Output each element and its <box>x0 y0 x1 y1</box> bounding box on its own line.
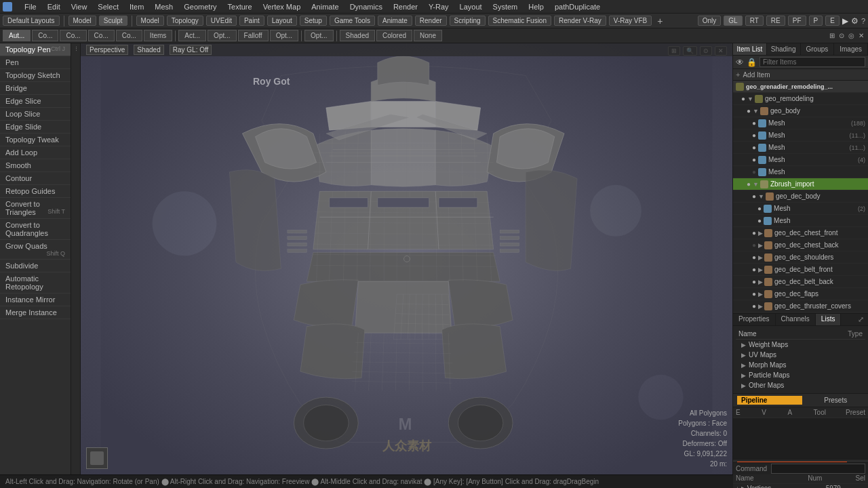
tree-item-mesh2[interactable]: ● Mesh (11...) <box>733 129 868 142</box>
left-item-loop-slice[interactable]: Loop Slice <box>0 108 71 121</box>
tree-arrow-1[interactable]: ▼ <box>747 96 753 102</box>
menu-item-help[interactable]: Help <box>527 3 545 11</box>
tree-item-shoulders[interactable]: ● ▶ geo_dec_shoulders <box>733 251 868 264</box>
left-item-contour[interactable]: Contour <box>0 172 71 185</box>
tb2-opt1[interactable]: Opt... <box>208 30 236 41</box>
menu-item-geometry[interactable]: Geometry <box>182 3 218 11</box>
tb2-items[interactable]: Items <box>144 30 172 41</box>
vp-overlay[interactable]: Ray GL: Off <box>170 45 212 55</box>
bottom-tab-lists[interactable]: Lists <box>816 314 842 325</box>
mode-topology[interactable]: Topology <box>167 16 203 26</box>
stat-row-vertices[interactable]: +▶ Vertices 5979 ... <box>733 484 868 488</box>
tb2-none[interactable]: None <box>414 30 442 41</box>
gl-btn[interactable]: GL <box>724 16 742 26</box>
tb2-shaded[interactable]: Shaded <box>340 30 375 41</box>
mode-scripting[interactable]: Scripting <box>450 16 486 26</box>
tree-item-geo-body[interactable]: ● ▼ geo_body <box>733 105 868 117</box>
tree-item-mesh5[interactable]: ● Mesh <box>733 166 868 178</box>
tree-item-chest-back[interactable]: ● ▶ geo_dec_chest_back <box>733 239 868 251</box>
tree-item-mesh3[interactable]: ● Mesh (11...) <box>733 142 868 154</box>
add-item-label[interactable]: Add Item <box>743 71 770 79</box>
menu-item-system[interactable]: System <box>492 3 519 11</box>
tree-item-zbrush[interactable]: ● ▼ Zbrush_import <box>733 178 868 190</box>
tb2-opt2[interactable]: Opt... <box>270 30 298 41</box>
tree-item-geo-dec-body[interactable]: ● ▼ geo_dec_body <box>733 190 868 203</box>
add-mode-btn[interactable]: + <box>657 16 663 26</box>
tree-item-chest-front[interactable]: ● ▶ geo_dec_chest_front <box>733 227 868 239</box>
menu-item-pathduplicate[interactable]: pathDuplicate <box>553 3 601 11</box>
tb2-co3[interactable]: Co... <box>88 30 115 41</box>
icon-play[interactable]: ▶ <box>842 16 848 26</box>
left-item-merge-instance[interactable]: Merge Instance <box>0 306 71 319</box>
bottom-tab-properties[interactable]: Properties <box>733 314 776 325</box>
menu-item-dynamics[interactable]: Dynamics <box>349 3 384 11</box>
left-item-edge-slide[interactable]: Edge Slide <box>0 121 71 134</box>
left-item-topology-sketch[interactable]: Topology Sketch <box>0 69 71 82</box>
bottom-expand-icon[interactable]: ⤢ <box>854 314 868 325</box>
mode-rendervray[interactable]: Render V-Ray <box>554 16 606 26</box>
bottom-tab-channels[interactable]: Channels <box>776 314 816 325</box>
mode-paint[interactable]: Paint <box>239 16 264 26</box>
vp-shading[interactable]: Shaded <box>134 45 163 55</box>
p-btn[interactable]: P <box>809 16 823 26</box>
e-btn[interactable]: E <box>825 16 840 26</box>
menu-item-layout[interactable]: Layout <box>458 3 484 11</box>
icon-settings[interactable]: ⚙ <box>851 16 859 26</box>
tree-root[interactable]: geo_grenadier_remodeling_... <box>733 81 868 93</box>
list-item-other-maps[interactable]: ▶ Other Maps <box>736 380 865 390</box>
left-item-pen[interactable]: Pen <box>0 56 71 69</box>
menu-item-y-ray[interactable]: Y-Ray <box>427 3 450 11</box>
tb2-opt3[interactable]: Opt... <box>304 30 333 41</box>
menu-item-render[interactable]: Render <box>392 3 419 11</box>
mode-model[interactable]: Model <box>136 16 164 26</box>
left-item-convert-quad[interactable]: Convert to Quadrangles <box>0 219 71 240</box>
left-item-instance-mirror[interactable]: Instance Mirror <box>0 293 71 306</box>
mode-render[interactable]: Render <box>415 16 447 26</box>
left-item-subdivide[interactable]: Subdivide <box>0 260 71 272</box>
mode-game-tools[interactable]: Game Tools <box>330 16 375 26</box>
left-item-smooth[interactable]: Smooth <box>0 159 71 172</box>
tree-item-mesh1[interactable]: ● Mesh (188) <box>733 117 868 129</box>
left-item-bridge[interactable]: Bridge <box>0 82 71 95</box>
menu-item-mesh[interactable]: Mesh <box>153 3 174 11</box>
rp-tab-images[interactable]: Images <box>834 43 868 55</box>
menu-item-view[interactable]: View <box>70 3 89 11</box>
tree-item-geo-remodeling[interactable]: ● ▼ geo_remodeling <box>733 93 868 105</box>
only-btn[interactable]: Only <box>698 16 722 26</box>
tb2-co1[interactable]: Co... <box>32 30 58 41</box>
rp-filter-input[interactable] <box>760 57 865 67</box>
menu-item-animate[interactable]: Animate <box>310 3 340 11</box>
mode-setup[interactable]: Setup <box>300 16 327 26</box>
tb2-act[interactable]: Act... <box>178 30 206 41</box>
rp-icon-eye[interactable]: 👁 <box>736 58 744 67</box>
list-item-particle-maps[interactable]: ▶ Particle Maps <box>736 370 865 380</box>
tb2-icon2[interactable]: ⊙ <box>839 32 844 39</box>
tree-eye-1[interactable]: ● <box>741 95 745 102</box>
left-item-edge-slice[interactable]: Edge Slice <box>0 95 71 108</box>
tb2-co2[interactable]: Co... <box>60 30 86 41</box>
tb2-co4[interactable]: Co... <box>116 30 142 41</box>
tree-item-mesh-dec1[interactable]: ● Mesh (2) <box>733 203 868 215</box>
icon-question[interactable]: ? <box>861 17 865 25</box>
left-collapse-tab[interactable]: ··· <box>71 43 81 474</box>
mode-vrayvfb[interactable]: V-Ray VFB <box>609 16 652 26</box>
left-item-add-loop[interactable]: Add Loop <box>0 146 71 159</box>
left-item-auto-retopo[interactable]: Automatic Retopology <box>0 272 71 293</box>
tb2-colored[interactable]: Colored <box>376 30 412 41</box>
tree-eye-2[interactable]: ● <box>747 107 751 115</box>
model-btn[interactable]: Model <box>68 16 96 26</box>
default-layouts-btn[interactable]: Default Layouts <box>3 16 60 26</box>
tree-arrow-2[interactable]: ▼ <box>753 108 759 115</box>
vp-projection[interactable]: Perspective <box>86 45 128 55</box>
rp-tab-item-list[interactable]: Item List <box>733 43 767 55</box>
menu-item-texture[interactable]: Texture <box>226 3 254 11</box>
sculpt-btn[interactable]: Sculpt <box>99 16 127 26</box>
mode-uvedit[interactable]: UVEdit <box>206 16 237 26</box>
mode-schematic[interactable]: Schematic Fusion <box>488 16 551 26</box>
list-item-weight-maps[interactable]: ▶ Weight Maps <box>736 340 865 350</box>
tree-item-mesh-dec2[interactable]: ● Mesh <box>733 215 868 227</box>
command-input[interactable] <box>771 464 865 474</box>
tree-item-thruster[interactable]: ● ▶ geo_dec_thruster_covers <box>733 300 868 312</box>
mode-animate[interactable]: Animate <box>378 16 412 26</box>
tb2-falloff[interactable]: Falloff <box>238 30 269 41</box>
